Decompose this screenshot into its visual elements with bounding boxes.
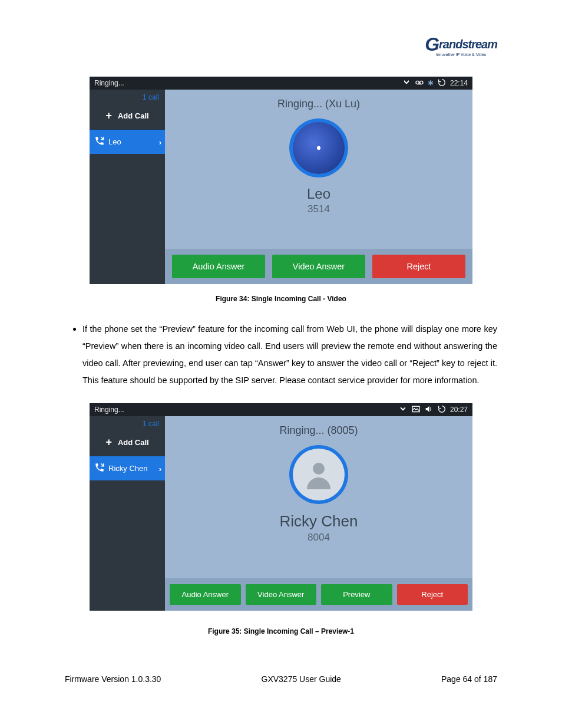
picture-icon	[411, 404, 421, 416]
sidebar-caller-name: Ricky Chen	[108, 464, 147, 473]
call-sidebar: 1 call + Add Call Ricky Chen ›	[90, 416, 165, 611]
call-missed-icon	[402, 78, 411, 89]
status-title: Ringing...	[94, 79, 124, 87]
audio-answer-button[interactable]: Audio Answer	[170, 584, 241, 605]
add-call-label: Add Call	[118, 111, 149, 120]
footer-page: Page 64 of 187	[441, 674, 497, 684]
status-time: 22:14	[450, 79, 468, 87]
preview-button[interactable]: Preview	[321, 584, 392, 605]
brand-logo: Grandstream Innovative IP Voice & Video	[425, 32, 497, 57]
sync-icon	[437, 404, 447, 416]
status-time: 20:27	[450, 406, 468, 414]
sync-icon	[437, 78, 447, 89]
plus-icon: +	[105, 436, 112, 449]
add-call-button[interactable]: + Add Call	[90, 430, 165, 456]
figure-35-caption: Figure 35: Single Incoming Call – Previe…	[65, 627, 497, 635]
video-answer-button[interactable]: Video Answer	[246, 584, 317, 605]
svg-point-0	[416, 81, 419, 84]
figure-35-screenshot: Ringing... 20:27 1 call	[90, 403, 472, 611]
reject-button[interactable]: Reject	[372, 255, 465, 278]
answer-row: Audio Answer Video Answer Preview Reject	[165, 578, 472, 611]
status-title: Ringing...	[94, 406, 124, 414]
video-answer-button[interactable]: Video Answer	[272, 255, 365, 278]
svg-point-4	[313, 463, 325, 475]
incoming-call-icon	[94, 136, 105, 148]
caller-number: 3514	[308, 203, 330, 215]
call-main-panel: Ringing... (8005) Ricky Chen 8004 Audio …	[165, 416, 472, 611]
bluetooth-icon: ✱	[428, 79, 434, 87]
caller-avatar	[289, 118, 348, 177]
volume-icon	[424, 404, 434, 416]
ringing-label: Ringing... (Xu Lu)	[277, 98, 360, 110]
incoming-call-icon	[94, 462, 105, 475]
call-main-panel: Ringing... (Xu Lu) Leo 3514 Audio Answer…	[165, 90, 472, 284]
status-bar: Ringing... ✱ 22:14	[90, 77, 472, 90]
footer-title: GXV3275 User Guide	[262, 674, 341, 684]
plus-icon: +	[105, 110, 112, 122]
chevron-right-icon: ›	[159, 464, 161, 473]
page-footer: Firmware Version 1.0.3.30 GXV3275 User G…	[65, 674, 497, 684]
status-bar: Ringing... 20:27	[90, 403, 472, 416]
svg-point-1	[420, 81, 423, 84]
figure-34-screenshot: Ringing... ✱ 22:14 1 call + A	[90, 77, 472, 284]
chevron-right-icon: ›	[159, 137, 161, 146]
sidebar-caller-item[interactable]: Leo ›	[90, 130, 165, 154]
sidebar-caller-name: Leo	[108, 137, 121, 146]
ringing-label: Ringing... (8005)	[279, 424, 358, 437]
voicemail-icon	[415, 78, 424, 89]
call-sidebar: 1 call + Add Call Leo ›	[90, 90, 165, 284]
add-call-label: Add Call	[118, 438, 149, 447]
caller-name: Ricky Chen	[280, 512, 358, 531]
body-paragraph: If the phone set the “Preview” feature f…	[82, 321, 497, 389]
call-missed-icon	[398, 404, 408, 416]
figure-34-caption: Figure 34: Single Incoming Call - Video	[65, 295, 497, 303]
caller-avatar	[289, 445, 348, 504]
answer-row: Audio Answer Video Answer Reject	[165, 249, 472, 284]
audio-answer-button[interactable]: Audio Answer	[172, 255, 265, 278]
footer-firmware: Firmware Version 1.0.3.30	[65, 674, 161, 684]
reject-button[interactable]: Reject	[397, 584, 468, 605]
add-call-button[interactable]: + Add Call	[90, 104, 165, 130]
sidebar-caller-item[interactable]: Ricky Chen ›	[90, 456, 165, 480]
caller-number: 8004	[308, 532, 330, 543]
call-count: 1 call	[90, 90, 165, 104]
call-count: 1 call	[90, 416, 165, 430]
caller-name: Leo	[307, 186, 330, 202]
